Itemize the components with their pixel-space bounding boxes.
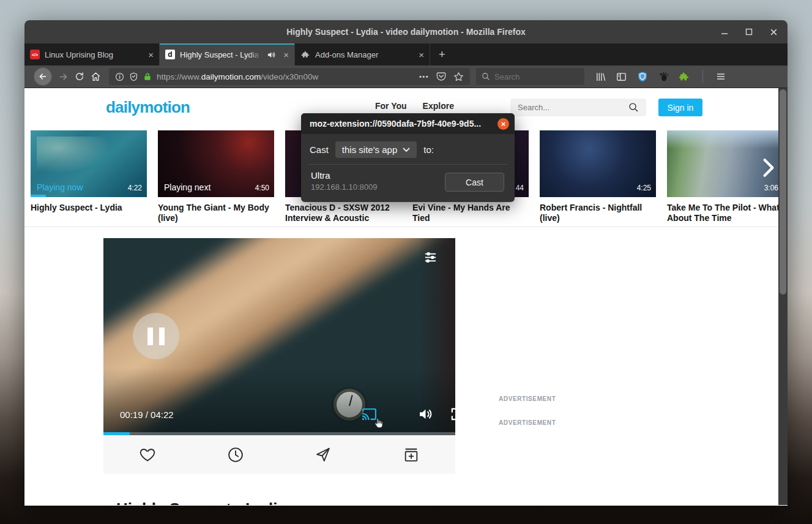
carousel-item[interactable]: Playing next 4:50 Young The Giant - My B… (158, 130, 274, 223)
home-button[interactable] (91, 72, 101, 82)
playing-next-badge: Playing next (164, 182, 210, 192)
tab-audio-icon[interactable] (267, 50, 276, 59)
tab-label: Add-ons Manager (315, 50, 411, 59)
popup-divider (308, 164, 507, 165)
tab-label: Linux Uprising Blog (45, 50, 141, 59)
cast-button[interactable]: Cast (445, 173, 504, 192)
video-title[interactable]: Highly Suspect - Lydia (31, 203, 147, 213)
dailymotion-favicon: d (165, 50, 175, 59)
navigation-toolbar: https://www.dailymotion.com/video/x30n00… (24, 66, 788, 88)
app-select-dropdown[interactable]: this site's app (335, 141, 417, 158)
pocket-icon[interactable] (436, 72, 446, 81)
url-text[interactable]: https://www.dailymotion.com/video/x30n00… (157, 72, 414, 81)
video-title[interactable]: Evi Vine - My Hands Are Tied (412, 203, 529, 223)
toolbar-separator (702, 70, 703, 83)
forward-button[interactable] (58, 72, 69, 82)
tab-bar: </> Linux Uprising Blog × d Highly Suspe… (24, 43, 788, 66)
firefox-window: Highly Suspect - Lydia - video dailymoti… (24, 20, 788, 506)
reload-button[interactable] (75, 72, 84, 81)
duration-badge: 44 (516, 184, 524, 192)
add-to-collection-icon[interactable] (403, 446, 420, 463)
player-volume-icon[interactable] (418, 406, 433, 422)
new-tab-button[interactable]: + (430, 43, 454, 66)
chevron-down-icon (403, 148, 410, 152)
video-thumbnail[interactable]: 4:25 (540, 130, 656, 197)
site-search[interactable] (510, 99, 646, 116)
nav-for-you[interactable]: For You (375, 101, 407, 111)
nav-explore[interactable]: Explore (423, 101, 454, 111)
addons-puzzle-favicon (300, 50, 310, 59)
permissions-shield-icon[interactable] (129, 72, 138, 81)
tab-linux-uprising-blog[interactable]: </> Linux Uprising Blog × (24, 43, 160, 66)
watch-later-clock-icon[interactable] (227, 446, 244, 463)
page-content: dailymotion For You Explore Sign in Play… (24, 88, 788, 505)
gnome-foot-icon[interactable] (658, 72, 669, 82)
dailymotion-logo[interactable]: dailymotion (106, 98, 190, 117)
video-thumbnail[interactable]: Playing now 4:22 (31, 130, 147, 197)
video-title[interactable]: Robert Francis - Nightfall (live) (540, 203, 656, 223)
search-icon (482, 72, 490, 81)
tab-close-icon[interactable]: × (419, 50, 424, 60)
protection-shield-icon[interactable] (637, 71, 648, 82)
advertisement-label: ADVERTISEMENT (499, 395, 556, 402)
bookmark-star-icon[interactable] (453, 72, 464, 82)
video-title[interactable]: Young The Giant - My Body (live) (158, 203, 274, 223)
cast-device-address: 192.168.1.10:8009 (311, 182, 377, 192)
minimize-button[interactable] (721, 28, 728, 36)
toolbar-search[interactable] (476, 68, 584, 85)
lock-icon (143, 72, 152, 81)
player-time: 00:19 / 04:22 (120, 410, 174, 420)
pause-button[interactable] (133, 313, 179, 359)
video-thumbnail[interactable]: Playing next 4:50 (158, 130, 274, 197)
page-actions-icon[interactable]: ••• (419, 73, 429, 80)
toolbar-search-input[interactable] (494, 72, 568, 81)
advertisement-label: ADVERTISEMENT (499, 419, 556, 426)
library-icon[interactable] (595, 72, 606, 82)
sidebar-icon[interactable] (616, 72, 627, 82)
scrollbar-thumb[interactable] (780, 89, 786, 294)
window-title: Highly Suspect - Lydia - video dailymoti… (286, 27, 526, 37)
tab-label: Highly Suspect - Lydia (180, 50, 262, 59)
extension-puzzle-icon[interactable] (679, 72, 690, 82)
carousel-item[interactable]: Playing now 4:22 Highly Suspect - Lydia (31, 130, 147, 223)
video-title[interactable]: Tenacious D - SXSW 2012 Interview & Acou… (285, 203, 401, 223)
url-bar[interactable]: https://www.dailymotion.com/video/x30n00… (109, 68, 470, 85)
share-send-icon[interactable] (315, 446, 332, 463)
duration-badge: 4:22 (128, 184, 142, 192)
page-heading: Highly Suspect - Lydia (116, 500, 286, 505)
like-heart-icon[interactable] (139, 446, 156, 463)
search-icon (628, 102, 639, 113)
cast-device-name: Ultra (311, 170, 330, 181)
linux-uprising-favicon: </> (30, 50, 40, 59)
back-button[interactable] (34, 67, 52, 86)
maximize-button[interactable] (745, 28, 753, 36)
window-titlebar[interactable]: Highly Suspect - Lydia - video dailymoti… (24, 20, 788, 43)
playing-now-badge: Playing now (37, 182, 83, 192)
mouse-cursor (373, 417, 386, 429)
tab-close-icon[interactable]: × (148, 50, 154, 60)
duration-badge: 3:06 (764, 184, 778, 192)
carousel-item[interactable]: 4:25 Robert Francis - Nightfall (live) (540, 130, 656, 223)
tab-close-icon[interactable]: × (283, 50, 289, 60)
video-player[interactable]: 00:19 / 04:22 (103, 238, 455, 435)
video-title[interactable]: Take Me To The Pilot - What About The Ti… (667, 203, 783, 223)
duration-badge: 4:50 (255, 184, 269, 192)
cast-extension-popup: moz-extension://0590dafa-7b9f-40e9-9d5..… (301, 113, 515, 202)
player-settings-icon[interactable] (423, 250, 438, 264)
player-fullscreen-icon[interactable] (450, 407, 455, 421)
cast-label: Cast (310, 144, 329, 155)
menu-hamburger-icon[interactable] (716, 72, 726, 81)
scrollbar[interactable] (778, 88, 788, 505)
tab-highly-suspect-lydia[interactable]: d Highly Suspect - Lydia × (160, 43, 295, 66)
popup-titlebar[interactable]: moz-extension://0590dafa-7b9f-40e9-9d5..… (301, 113, 515, 134)
to-label: to: (423, 144, 434, 155)
site-info-icon[interactable] (115, 72, 124, 81)
thumbnail-progress (31, 195, 46, 197)
sign-in-button[interactable]: Sign in (658, 99, 702, 116)
popup-title: moz-extension://0590dafa-7b9f-40e9-9d5..… (310, 119, 481, 129)
close-button[interactable] (770, 28, 778, 36)
popup-close-button[interactable]: × (497, 118, 509, 130)
site-search-input[interactable] (518, 103, 628, 112)
duration-badge: 4:25 (637, 184, 651, 192)
tab-addons-manager[interactable]: Add-ons Manager × (295, 43, 430, 66)
